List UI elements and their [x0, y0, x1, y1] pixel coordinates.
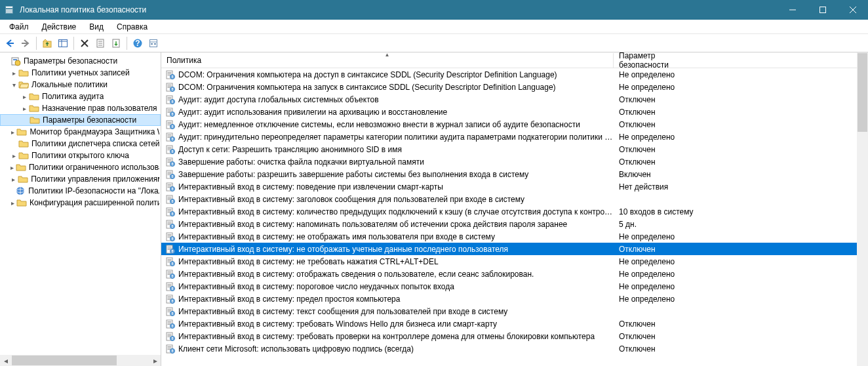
expand-icon[interactable]: ▸	[9, 176, 18, 183]
tree-node-user-rights[interactable]: ▸ Назначение прав пользователя	[0, 102, 161, 114]
svg-rect-122	[172, 226, 172, 227]
svg-rect-103	[168, 197, 172, 197]
show-hide-tree-button[interactable]	[56, 36, 70, 51]
tree-label: Локальные политики	[31, 80, 108, 89]
tree-node-audit-policy[interactable]: ▸ Политика аудита	[0, 91, 161, 102]
tree-label: Политики ограниченного использования про…	[29, 163, 159, 172]
policy-row[interactable]: Интерактивный вход в систему: отображать…	[161, 268, 868, 280]
policy-row[interactable]: Завершение работы: разрешить завершение …	[161, 168, 868, 180]
properties-button[interactable]	[93, 36, 108, 51]
menu-help[interactable]: Справка	[110, 20, 154, 33]
policy-name: Аудит: аудит доступа глобальных системны…	[178, 95, 614, 104]
policy-row[interactable]: Аудит: аудит использования привилегии на…	[161, 106, 868, 118]
tree-node-advanced-audit[interactable]: ▸ Конфигурация расширенной политики ауди…	[0, 197, 161, 209]
tree-node-firewall[interactable]: ▸ Монитор брандмауэра Защитника Windows	[0, 126, 161, 138]
svg-rect-138	[168, 259, 172, 260]
policy-row[interactable]: Завершение работы: очистка файла подкачк…	[161, 155, 868, 168]
svg-rect-139	[168, 260, 172, 261]
policy-row[interactable]: Интерактивный вход в систему: напоминать…	[161, 218, 868, 230]
svg-rect-191	[172, 350, 172, 351]
menu-action[interactable]: Действие	[35, 20, 83, 33]
column-header-policy[interactable]: ▲ Политика	[161, 53, 614, 68]
policy-row[interactable]: Интерактивный вход в систему: количество…	[161, 205, 868, 218]
toolbar: ?	[0, 34, 868, 52]
svg-rect-159	[168, 296, 172, 297]
up-button[interactable]	[40, 36, 54, 51]
expand-icon[interactable]: ▸	[9, 164, 16, 171]
maximize-button[interactable]	[808, 0, 838, 20]
policy-row[interactable]: Интерактивный вход в систему: не отображ…	[161, 243, 868, 255]
svg-rect-100	[172, 188, 172, 189]
policy-row[interactable]: Интерактивный вход в систему: поведение …	[161, 180, 868, 193]
menu-view[interactable]: Вид	[83, 20, 110, 33]
policy-row[interactable]: Интерактивный вход в систему: не требова…	[161, 255, 868, 268]
policy-row[interactable]: Интерактивный вход в систему: текст сооб…	[161, 305, 868, 317]
policy-row[interactable]: Аудит: принудительно переопределяет пара…	[161, 131, 868, 143]
svg-rect-83	[168, 161, 172, 161]
policy-name: Интерактивный вход в систему: напоминать…	[178, 220, 614, 229]
close-button[interactable]	[838, 0, 868, 20]
policy-name: Интерактивный вход в систему: пороговое …	[178, 282, 614, 291]
svg-rect-44	[172, 88, 172, 89]
tree-node-network-list[interactable]: ▸ Политики диспетчера списка сетей	[0, 138, 161, 150]
svg-rect-58	[172, 113, 172, 114]
policy-row[interactable]: Интерактивный вход в систему: заголовок …	[161, 193, 868, 205]
svg-rect-104	[168, 198, 172, 199]
scrollbar-thumb[interactable]	[858, 53, 867, 132]
tree-node-ipsec[interactable]: ▸ Политики IP-безопасности на "Локальный…	[0, 185, 161, 197]
svg-rect-2	[6, 9, 12, 13]
policy-row[interactable]: Клиент сети Microsoft: использовать цифр…	[161, 342, 868, 355]
tree-node-local-policies[interactable]: ▾ Локальные политики	[0, 79, 161, 91]
refresh-button[interactable]	[146, 36, 161, 51]
policy-icon	[165, 107, 176, 117]
svg-rect-87	[172, 164, 172, 165]
policy-row[interactable]: Доступ к сети: Разрешить трансляцию анон…	[161, 143, 868, 155]
policy-name: Аудит: немедленное отключение системы, е…	[178, 120, 614, 129]
scrollbar-thumb[interactable]	[12, 356, 117, 365]
expand-icon[interactable]: ▸	[20, 105, 29, 112]
policy-row[interactable]: Интерактивный вход в систему: пороговое …	[161, 280, 868, 293]
tree-node-account-policies[interactable]: ▸ Политики учетных записей	[0, 67, 161, 79]
policy-value: Отключен	[614, 145, 656, 154]
expand-icon[interactable]: ▸	[9, 129, 16, 136]
list-vertical-scrollbar[interactable]	[857, 52, 868, 366]
expand-icon[interactable]: ▸	[9, 199, 16, 207]
tree-node-public-key[interactable]: ▸ Политики открытого ключа	[0, 150, 161, 161]
svg-rect-125	[168, 235, 172, 236]
svg-rect-93	[172, 175, 172, 176]
export-button[interactable]	[109, 36, 123, 51]
svg-rect-142	[172, 262, 172, 264]
expand-icon[interactable]: ▸	[9, 152, 18, 159]
minimize-button[interactable]	[778, 0, 808, 20]
policy-row[interactable]: Аудит: немедленное отключение системы, е…	[161, 118, 868, 131]
policy-icon	[165, 232, 176, 242]
help-button[interactable]: ?	[130, 36, 145, 51]
column-header-setting[interactable]: Параметр безопасности	[614, 52, 712, 72]
policy-row[interactable]: Интерактивный вход в систему: не отображ…	[161, 230, 868, 243]
collapse-icon[interactable]: ▾	[9, 81, 18, 89]
forward-button[interactable]	[18, 36, 33, 51]
tree-root[interactable]: ▸ Параметры безопасности	[0, 55, 161, 67]
svg-rect-166	[168, 309, 172, 310]
expand-icon[interactable]: ▸	[20, 93, 29, 100]
svg-rect-164	[172, 301, 172, 302]
policy-row[interactable]: DCOM: Ограничения компьютера на запуск в…	[161, 81, 868, 93]
policy-value: Не определено	[614, 270, 675, 279]
tree-node-security-options[interactable]: ▸ Параметры безопасности	[0, 114, 161, 126]
menu-file[interactable]: Файл	[3, 20, 35, 33]
policy-row[interactable]: Аудит: аудит доступа глобальных системны…	[161, 93, 868, 106]
svg-rect-10	[59, 39, 68, 47]
policy-row[interactable]: DCOM: Ограничения компьютера на доступ в…	[161, 68, 868, 81]
policy-row[interactable]: Интерактивный вход в систему: предел про…	[161, 293, 868, 305]
tree-horizontal-scrollbar[interactable]: ◂ ▸	[0, 355, 161, 366]
tree-node-app-control[interactable]: ▸ Политики управления приложениями	[0, 173, 161, 185]
folder-icon	[18, 68, 29, 78]
policy-row[interactable]: Интерактивный вход в систему: требовать …	[161, 330, 868, 342]
delete-button[interactable]	[77, 36, 92, 51]
back-button[interactable]	[3, 36, 17, 51]
expand-icon[interactable]: ▸	[9, 70, 18, 77]
policy-row[interactable]: Интерактивный вход в систему: требовать …	[161, 317, 868, 330]
policy-value: Нет действия	[614, 182, 668, 192]
svg-rect-145	[168, 272, 172, 272]
tree-node-software-restriction[interactable]: ▸ Политики ограниченного использования п…	[0, 161, 161, 173]
